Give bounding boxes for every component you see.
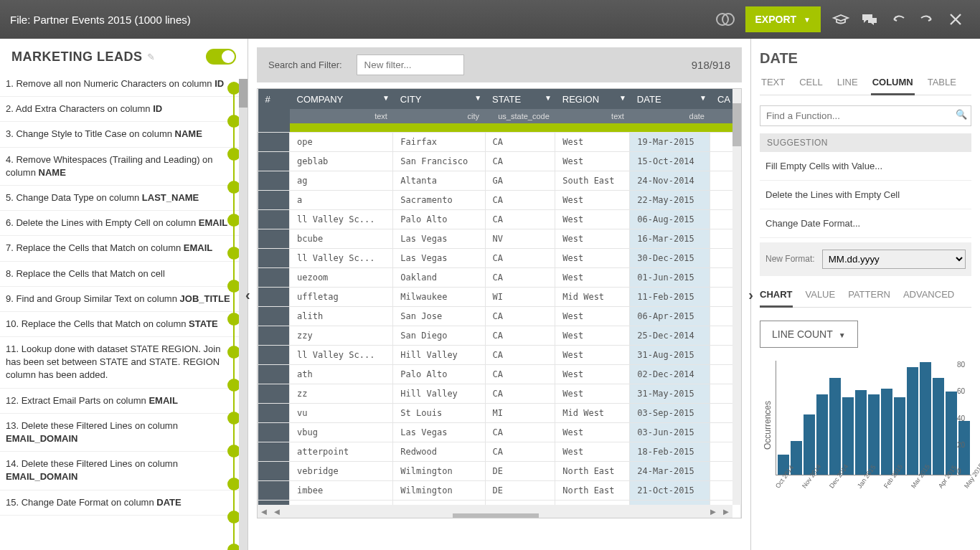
table-row[interactable]: agAltantaGASouth East24-Nov-2014: [258, 171, 741, 190]
chart-bar: [933, 378, 944, 475]
redo-icon[interactable]: [913, 5, 941, 34]
chart-bar: [907, 367, 918, 475]
table-row[interactable]: alithSan JoseCAWest06-Apr-2015: [258, 306, 741, 326]
table-row[interactable]: bcubeLas VegasNVWest16-Mar-2015: [258, 229, 741, 248]
recipe-step[interactable]: 15. Change Date Format on column DATE: [0, 490, 240, 516]
column-header[interactable]: DATE▼: [630, 89, 710, 109]
scroll-left-icon-2[interactable]: ◄: [270, 506, 283, 517]
chart-bar: [816, 394, 828, 475]
recipe-step[interactable]: 9. Find and Group Similar Text on column…: [0, 287, 240, 312]
column-header[interactable]: #: [258, 89, 290, 109]
chart-ytick: 60: [957, 387, 971, 395]
chart-tab[interactable]: VALUE: [806, 286, 836, 307]
table-row[interactable]: zzySan DiegoCAWest25-Dec-2014: [258, 326, 741, 345]
search-label: Search and Filter:: [268, 60, 342, 70]
table-row[interactable]: opeFairfaxCAWest19-Mar-2015: [258, 132, 741, 151]
column-menu-icon[interactable]: ▼: [545, 94, 552, 102]
chart-bar: [855, 390, 867, 475]
chart-tab[interactable]: PATTERN: [848, 286, 890, 307]
column-menu-icon[interactable]: ▼: [619, 94, 626, 102]
undo-icon[interactable]: [884, 5, 913, 34]
table-row[interactable]: zzHill ValleyCAWest31-May-2015: [258, 384, 741, 403]
recipe-step[interactable]: 13. Delete these Filtered Lines on colum…: [0, 414, 240, 452]
chart-bar: [881, 389, 892, 475]
recipe-step[interactable]: 2. Add Extra Characters on column ID: [0, 97, 240, 122]
recipe-step[interactable]: 8. Replace the Cells that Match on cell: [0, 262, 240, 287]
column-header[interactable]: COMPANY▼: [290, 89, 393, 109]
recipe-step[interactable]: 11. Lookup done with dataset STATE REGIO…: [0, 337, 240, 389]
table-row[interactable]: athPalo AltoCAWest02-Dec-2014: [258, 364, 741, 384]
recipe-step[interactable]: 12. Extract Email Parts on column EMAIL: [0, 389, 240, 414]
scroll-left-icon[interactable]: ◄: [258, 506, 270, 517]
table-row[interactable]: atterpointRedwoodCAWest18-Feb-2015: [258, 442, 741, 461]
column-menu-icon[interactable]: ▼: [382, 94, 390, 102]
chevron-down-icon: ▼: [839, 331, 846, 339]
column-heading: DATE: [760, 50, 971, 67]
function-search-input[interactable]: [760, 105, 971, 126]
recipe-step[interactable]: 4. Remove Whitespaces (Trailing and Lead…: [0, 148, 240, 186]
chart-tab[interactable]: ADVANCED: [903, 286, 954, 307]
recipe-step[interactable]: 5. Change Data Type on column LAST_NAME: [0, 186, 240, 211]
recipe-step[interactable]: 1. Remove all non Numeric Characters on …: [0, 72, 240, 97]
file-title: File: Partner Events 2015 (1000 lines): [10, 14, 711, 26]
column-menu-icon[interactable]: ▼: [699, 94, 707, 102]
table-row[interactable]: uezoomOaklandCAWest01-Jun-2015: [258, 267, 741, 287]
filter-input[interactable]: [357, 54, 464, 75]
chevron-down-icon: ▼: [804, 16, 811, 24]
scope-tab[interactable]: CELL: [798, 74, 824, 95]
format-label: New Format:: [765, 254, 815, 264]
scope-tab[interactable]: LINE: [836, 74, 859, 95]
suggestion-item[interactable]: Change Date Format...: [760, 209, 971, 238]
format-select[interactable]: MM.dd.yyyy: [822, 250, 966, 269]
suggestion-item[interactable]: Delete the Lines with Empty Cell: [760, 181, 971, 209]
column-header[interactable]: CITY▼: [393, 89, 485, 109]
scroll-right-icon[interactable]: ►: [707, 506, 720, 517]
column-header[interactable]: REGION▼: [555, 89, 630, 109]
chart-metric-button[interactable]: LINE COUNT▼: [760, 321, 858, 348]
collapse-left-icon[interactable]: ‹: [245, 286, 250, 303]
column-header[interactable]: STATE▼: [485, 89, 555, 109]
left-scrollbar[interactable]: [239, 79, 248, 550]
export-button[interactable]: EXPORT▼: [745, 6, 821, 32]
recipe-step[interactable]: 3. Change Style to Title Case on column …: [0, 122, 240, 147]
table-row[interactable]: vuSt LouisMIMid West03-Sep-2015: [258, 403, 741, 422]
recipe-step[interactable]: 6. Delete the Lines with Empty Cell on c…: [0, 211, 240, 236]
search-icon[interactable]: 🔍: [956, 109, 967, 120]
row-count: 918/918: [692, 59, 730, 71]
table-row[interactable]: ll Valley Sc...Palo AltoCAWest06-Aug-201…: [258, 209, 741, 229]
table-row[interactable]: vbugLas VegasCAWest03-Jun-2015: [258, 422, 741, 442]
table-vscroll[interactable]: [732, 89, 741, 505]
recipe-step[interactable]: 14. Delete these Filtered Lines on colum…: [0, 452, 240, 490]
chart-ylabel: Occurrences: [760, 361, 776, 490]
chat-icon[interactable]: [855, 5, 884, 34]
recipe-step[interactable]: 7. Replace the Cells that Match on colum…: [0, 236, 240, 261]
scope-tabs: TEXTCELLLINECOLUMNTABLE: [760, 74, 971, 95]
column-panel: DATE TEXTCELLLINECOLUMNTABLE 🔍 SUGGESTIO…: [750, 39, 980, 550]
chart-tabs: CHARTVALUEPATTERNADVANCED: [760, 286, 971, 308]
recipe-toggle[interactable]: [206, 49, 236, 65]
recipe-step[interactable]: 10. Replace the Cells that Match on colu…: [0, 312, 240, 337]
data-grid-panel: ‹ › Search and Filter: 918/918 #COMPANY▼…: [248, 39, 750, 550]
scope-tab[interactable]: TEXT: [760, 74, 786, 95]
scope-tab[interactable]: COLUMN: [871, 74, 915, 95]
table-row[interactable]: geblabSan FranciscoCAWest15-Oct-2014: [258, 151, 741, 171]
table-row[interactable]: imbeeWilmingtonDENorth East21-Oct-2015: [258, 480, 741, 500]
table-row[interactable]: uffletagMilwaukeeWIMid West11-Feb-2015: [258, 287, 741, 306]
scroll-right-icon-2[interactable]: ►: [720, 506, 732, 517]
table-row[interactable]: vebridgeWilmingtonDENorth East24-Mar-201…: [258, 461, 741, 480]
venn-icon[interactable]: [711, 5, 740, 34]
suggestion-item[interactable]: Fill Empty Cells with Value...: [760, 152, 971, 181]
column-type: text: [555, 109, 630, 123]
chart-tab[interactable]: CHART: [760, 286, 793, 308]
table-row[interactable]: ll Valley Sc...Hill ValleyCAWest31-Aug-2…: [258, 345, 741, 364]
column-menu-icon[interactable]: ▼: [474, 94, 481, 102]
graduation-icon[interactable]: [826, 5, 855, 34]
suggestion-header: SUGGESTION: [760, 133, 971, 152]
collapse-right-icon[interactable]: ›: [748, 286, 753, 303]
scope-tab[interactable]: TABLE: [926, 74, 958, 95]
edit-icon[interactable]: ✎: [147, 52, 155, 62]
table-hscroll[interactable]: ◄ ◄ ► ►: [258, 505, 732, 518]
table-row[interactable]: aSacramentoCAWest22-May-2015: [258, 190, 741, 209]
table-row[interactable]: ll Valley Sc...Las VegasCAWest30-Dec-201…: [258, 248, 741, 267]
close-icon[interactable]: [941, 5, 970, 34]
